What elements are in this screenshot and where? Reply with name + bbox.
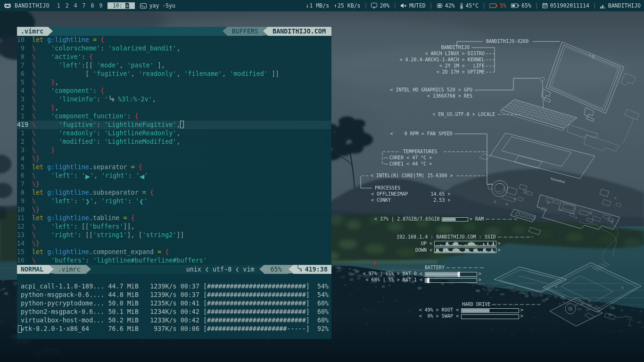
editor-line: 7\ 'left':[[ 'mode', 'paste' ],: [17, 61, 331, 70]
code-token: ,: [176, 70, 184, 77]
download-progress-row: virtualbox-host-mod... 50.2 MiB 1233K/s …: [17, 316, 331, 325]
powerline-arrow-icon: [289, 265, 293, 273]
conky-label: HARD DRIVE: [462, 302, 490, 307]
module-value: MUTED: [409, 2, 426, 9]
code-token: \: [32, 87, 36, 94]
workspace-button[interactable]: 8: [88, 0, 97, 11]
battery-low-module[interactable]: 5%: [489, 2, 506, 9]
code-token: ,: [176, 45, 180, 52]
editor-line: 9\ 'colorscheme': 'solarized_bandit',: [17, 44, 331, 53]
line-number: 5: [17, 163, 32, 172]
tabline-session-label[interactable]: BANDITHIJO.COM: [268, 27, 331, 36]
code-token: ': [82, 197, 85, 205]
conky-label: TEMPERATURES: [403, 149, 437, 155]
conky-label: < INTEL(R) CORE(TM) I5-6300 >: [371, 173, 453, 179]
datetime-module[interactable]: 051902011114: [542, 2, 589, 9]
line-number: 3: [17, 146, 32, 155]
code-token: ,: [94, 197, 98, 205]
code-token: g:lightline: [47, 214, 89, 222]
conky-label: < 4.20.4-ARCH1-1-ARCH > KERNEL: [399, 57, 485, 63]
conky-bar-swap: [462, 315, 519, 319]
code-token: 'readonly': [58, 130, 97, 137]
workspace-button[interactable]: 4: [71, 0, 80, 11]
powerline-arrow-icon: [223, 27, 227, 35]
vim-editor-area[interactable]: 10let g:lightline = { 9\ 'colorscheme': …: [17, 36, 331, 265]
terminal-icon: [140, 3, 147, 8]
temperature-module[interactable]: 45°C: [460, 2, 479, 9]
module-separator: |: [535, 2, 538, 9]
editor-line: 8let g:lightline.subseparator = {: [17, 189, 331, 197]
file-label: .vimrc: [58, 265, 80, 274]
code-token: [131, 113, 135, 120]
code-token: =: [93, 36, 97, 43]
scroll-percent-label: 65%: [264, 265, 289, 274]
conky-label: > RAM: [470, 216, 484, 222]
line-number: 10: [17, 36, 32, 44]
memory-module[interactable]: 42%: [437, 2, 455, 9]
code-token: [85, 53, 89, 60]
workspace-button[interactable]: 7: [80, 0, 88, 11]
workspace-button[interactable]: 9: [97, 0, 105, 11]
code-token: ': [90, 172, 94, 179]
line-number: 5: [17, 78, 32, 87]
conky-label: >: [498, 241, 501, 247]
code-token: \}: [32, 155, 40, 162]
code-token: .subseparator: [89, 189, 139, 196]
code-token: :: [97, 130, 100, 137]
conky-label: >: [520, 307, 523, 313]
workspace-button[interactable]: 2: [63, 0, 71, 11]
code-token: ,: [176, 138, 180, 145]
line-number: 6: [17, 70, 32, 78]
code-token: [132, 172, 136, 179]
code-token: [97, 87, 100, 94]
line-number: 4: [17, 87, 32, 95]
mode-label: NORMAL: [21, 265, 43, 274]
code-token: [36, 45, 51, 52]
code-token: :: [128, 172, 132, 179]
line-number: 2: [17, 138, 32, 146]
editor-line: 1\ 'readonly': 'LightlineReadonly',: [17, 129, 331, 138]
code-token: [89, 36, 93, 43]
tabline-spacer: [53, 27, 222, 36]
conky-bar-fill-root: [462, 309, 490, 313]
cursor-position-label: └N 419:38: [293, 265, 331, 274]
code-token: ,: [131, 70, 139, 77]
brightness-module[interactable]: 20%: [371, 2, 389, 9]
line-number: 9: [17, 197, 32, 206]
volume-module[interactable]: MUTED: [400, 2, 426, 9]
line-number: 9: [17, 44, 32, 53]
code-token: 'modified': [230, 70, 268, 77]
conky-label: UP <: [421, 241, 432, 247]
download-progress-row: python-pycryptodome... 50.0 MiB 1235K/s …: [17, 299, 331, 308]
workspace-button[interactable]: 1: [54, 0, 63, 11]
code-token: =: [157, 248, 161, 255]
tabline-buffers-label[interactable]: BUFFERS: [227, 27, 263, 36]
code-token: =: [131, 164, 135, 171]
code-token: 'string1': [93, 231, 127, 239]
code-token: ,: [176, 130, 180, 137]
code-token: [36, 197, 51, 205]
code-token: :[[: [82, 62, 97, 69]
net-down-module[interactable]: ↓1 MB/s: [306, 2, 329, 9]
code-token: }: [51, 147, 55, 154]
code-token: 'left': [51, 197, 74, 205]
code-token: [36, 231, 51, 239]
conky-label: CORE1 < 44 °C >: [389, 161, 432, 167]
battery-main-module[interactable]: 65%: [511, 2, 531, 9]
conky-label: >: [498, 247, 501, 253]
network-module[interactable]: BANDITHIJO: [600, 2, 641, 9]
line-number: 6: [17, 172, 32, 180]
conky-label: DOWN <: [415, 247, 432, 253]
conky-label: < INTEL HD GRAPHICS 520 > GPU: [390, 87, 472, 93]
code-token: \: [32, 104, 36, 111]
editor-line: 4\ 'component': {: [17, 87, 331, 95]
code-token: :: [93, 87, 97, 94]
net-up-module[interactable]: ↑25 KB/s: [334, 2, 360, 9]
workspace-button-active[interactable]: 10:: [107, 2, 135, 9]
status-bar: BANDITHIJO 124789 10: yay -Syu ↓1 MB/s: [0, 0, 644, 11]
code-token: \: [32, 197, 36, 205]
code-token: :: [100, 45, 104, 52]
code-token: ': [144, 197, 148, 205]
vim-tab-current[interactable]: .vimrc: [17, 27, 48, 36]
terminal-window[interactable]: .vimrc BUFFERS BANDITHIJO.COM 10let g:li…: [17, 27, 331, 339]
